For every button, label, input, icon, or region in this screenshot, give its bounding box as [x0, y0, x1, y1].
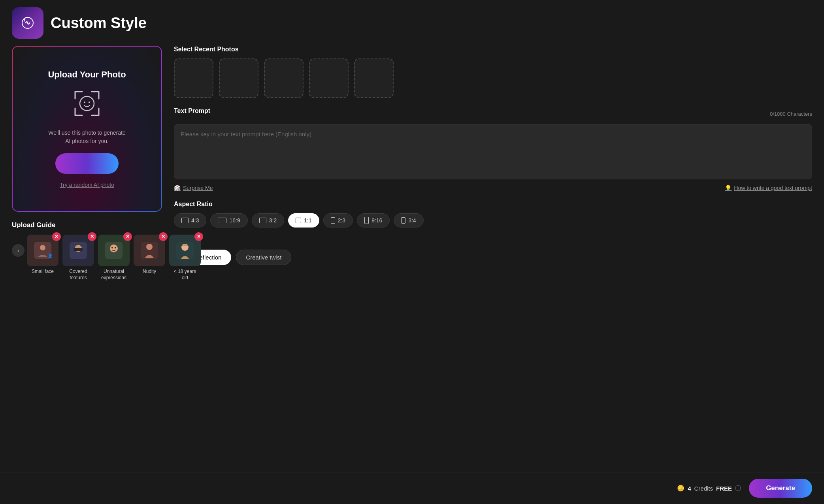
svg-point-13: [115, 247, 116, 248]
text-prompt-section: Text Prompt 0/1000 Characters 🎲 Surprise…: [174, 107, 812, 191]
aspect-ratio-options: 4:3 16:9 3:2 1:1 2:3: [174, 213, 812, 228]
x-badge-unnatural: ✕: [123, 232, 132, 241]
app-icon: [12, 7, 43, 39]
upload-title: Upload Your Photo: [48, 70, 126, 80]
aspect-ratio-title: Aspect Ratio: [174, 201, 812, 208]
label-small-face: Small face: [32, 269, 54, 275]
prompt-actions: 🎲 Surprise Me 💡 How to write a good text…: [174, 185, 812, 191]
ratio-icon-landscape: [181, 218, 189, 223]
app-icon-svg: [20, 15, 36, 31]
recent-photos-title: Select Recent Photos: [174, 46, 812, 53]
left-panel: Upload Your Photo: [12, 46, 162, 281]
ratio-icon-square: [296, 218, 301, 223]
ratio-btn-3-4[interactable]: 3:4: [394, 213, 423, 228]
likeness-options: True reflection Creative twist: [174, 250, 812, 265]
prev-button[interactable]: ‹: [12, 244, 25, 257]
app-title: Custom Style: [51, 15, 147, 32]
ratio-btn-4-3[interactable]: 4:3: [174, 213, 206, 228]
text-prompt-input[interactable]: [174, 124, 812, 179]
thumb-covered: ✕: [62, 235, 94, 266]
likeness-creative-twist[interactable]: Creative twist: [236, 250, 291, 265]
svg-point-12: [111, 247, 113, 248]
ratio-btn-3-2[interactable]: 3:2: [252, 213, 284, 228]
x-badge-small-face: ✕: [52, 232, 61, 241]
credits-count: 4: [688, 485, 691, 492]
credits-info: 🪙 4 Credits FREE ⓘ: [677, 485, 741, 492]
ratio-btn-9-16[interactable]: 9:16: [357, 213, 390, 228]
text-prompt-header: Text Prompt 0/1000 Characters: [174, 107, 812, 120]
ratio-icon-landscape-2: [259, 218, 266, 223]
ratio-btn-1-1[interactable]: 1:1: [288, 213, 319, 228]
bulb-icon: 💡: [725, 185, 732, 191]
ratio-icon-portrait: [331, 217, 335, 224]
svg-text:👤: 👤: [48, 253, 53, 258]
guide-item-nudity: ✕ Nudity: [134, 235, 165, 275]
likeness-section: Likeness True reflection Creative twist: [174, 237, 812, 265]
likeness-title: Likeness: [174, 237, 812, 244]
recent-photo-slot-1[interactable]: [174, 58, 213, 98]
recent-photos-grid: [174, 58, 812, 98]
thumb-small-face: 👤 ✕: [27, 235, 58, 266]
info-icon[interactable]: ⓘ: [735, 485, 741, 492]
credits-icon: 🪙: [677, 485, 684, 492]
guide-item-unnatural: ✕ Unnaturalexpressions: [98, 235, 130, 281]
random-photo-link[interactable]: Try a random AI photo: [60, 182, 114, 188]
guide-item-small-face: 👤 ✕ Small face: [27, 235, 58, 275]
thumb-nudity: ✕: [134, 235, 165, 266]
svg-point-11: [110, 244, 118, 252]
recent-photo-slot-4[interactable]: [309, 58, 349, 98]
ratio-btn-2-3[interactable]: 2:3: [323, 213, 353, 228]
face-scan-icon: [71, 88, 103, 121]
how-to-write-button[interactable]: 💡 How to write a good text prompt: [725, 185, 812, 191]
surprise-me-icon: 🎲: [174, 185, 181, 191]
credits-label: Credits: [694, 485, 713, 492]
label-unnatural: Unnaturalexpressions: [101, 269, 126, 281]
recent-photo-slot-3[interactable]: [264, 58, 304, 98]
svg-point-1: [80, 96, 94, 111]
label-covered: Coveredfeatures: [69, 269, 87, 281]
generate-button[interactable]: Generate: [749, 479, 812, 498]
upload-guide-title: Upload Guide: [12, 221, 162, 229]
right-panel: Select Recent Photos Text Prompt 0/1000 …: [174, 46, 812, 281]
x-badge-age: ✕: [194, 232, 203, 241]
upload-btn[interactable]: [55, 153, 119, 174]
recent-photos-section: Select Recent Photos: [174, 46, 812, 98]
free-badge: FREE: [716, 485, 732, 492]
recent-photo-slot-2[interactable]: [219, 58, 258, 98]
ratio-icon-tall: [364, 217, 369, 224]
svg-point-3: [89, 102, 90, 103]
ratio-icon-wide: [218, 218, 226, 223]
footer-bar: 🪙 4 Credits FREE ⓘ Generate: [0, 472, 824, 504]
x-badge-covered: ✕: [88, 232, 96, 241]
ratio-icon-portrait-2: [401, 217, 405, 224]
guide-item-covered: ✕ Coveredfeatures: [62, 235, 94, 281]
char-count: 0/1000 Characters: [770, 111, 812, 117]
svg-point-5: [40, 245, 45, 250]
aspect-ratio-section: Aspect Ratio 4:3 16:9 3:2 1:1: [174, 201, 812, 228]
thumb-age: ✕: [169, 235, 201, 266]
upload-content: Upload Your Photo: [48, 70, 126, 188]
svg-point-2: [84, 102, 85, 103]
ratio-btn-16-9[interactable]: 16:9: [210, 213, 247, 228]
thumb-unnatural: ✕: [98, 235, 130, 266]
recent-photo-slot-5[interactable]: [354, 58, 394, 98]
main-content: Upload Your Photo: [0, 46, 824, 293]
x-badge-nudity: ✕: [159, 232, 168, 241]
header: Custom Style: [0, 0, 824, 46]
svg-point-15: [146, 244, 153, 250]
upload-description: We'll use this photo to generate AI phot…: [48, 129, 125, 145]
upload-guide: Upload Guide ‹: [12, 221, 162, 281]
label-nudity: Nudity: [143, 269, 156, 275]
text-prompt-title: Text Prompt: [174, 107, 210, 115]
upload-area[interactable]: Upload Your Photo: [12, 46, 162, 212]
surprise-me-button[interactable]: 🎲 Surprise Me: [174, 185, 213, 191]
